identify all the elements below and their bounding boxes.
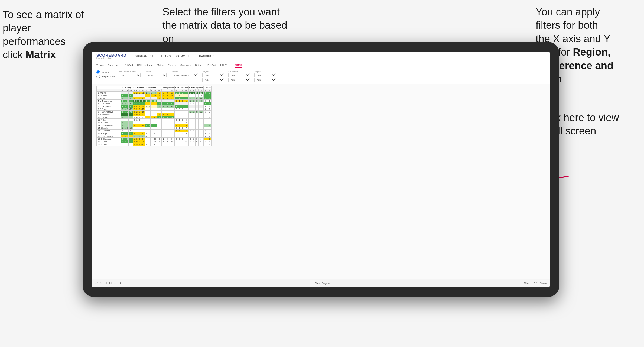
- row-label-4: 4. M Thorbjornsen: [97, 100, 121, 102]
- table-row: 2. L Clanton 210-16 01013 04011 010-6 -2…: [97, 94, 212, 97]
- players-select2[interactable]: (All): [254, 78, 276, 82]
- region-select2[interactable]: N/A: [202, 78, 224, 82]
- table-row: 13. J Skov Olesen 110-3 210-19 10 220-1 …: [97, 124, 212, 127]
- row-label-10: 10. B Valdes: [97, 116, 121, 119]
- table-row: 9. N Gabrelcik 0090 0101: [97, 113, 212, 116]
- sh-l1: L: [124, 89, 126, 92]
- region-label: Region: [202, 70, 224, 72]
- empty-header: [97, 86, 121, 89]
- sh-w5: W: [175, 89, 178, 92]
- tab-summary[interactable]: Summary: [108, 63, 119, 68]
- settings-icon[interactable]: ⚙: [118, 281, 121, 285]
- row-label-15: 15. P Maichon: [97, 130, 121, 132]
- sh-d5: Dif: [184, 89, 188, 92]
- gender-filter: Gender Men's: [145, 70, 167, 77]
- annotation-center: Select the filters you want the matrix d…: [162, 5, 292, 46]
- row-label-8: 8. P Summerhays: [97, 111, 121, 113]
- players-filter: Players (All) (All): [254, 70, 276, 82]
- compact-view-radio[interactable]: Compact View: [96, 75, 115, 78]
- table-row: 3. J Koivun 1102 0102 01013 04011 010-6 …: [97, 97, 212, 100]
- sh-l5: L: [178, 89, 181, 92]
- division-label: Division: [171, 70, 198, 72]
- table-row: 1. W Ding 12011 110-2 12017 010 01013 02: [97, 92, 212, 94]
- row-label-1: 1. W Ding: [97, 92, 121, 94]
- players-label: Players: [254, 70, 276, 72]
- col-header-3: 3. J Koivun: [145, 86, 157, 89]
- nav-rankings[interactable]: RANKINGS: [199, 55, 214, 58]
- division-filter: Division NCAA Division I: [171, 70, 198, 77]
- table-row: 16. K Vilips 310-25 2204 3308 0050 01: [97, 132, 212, 135]
- tab-teams[interactable]: Teams: [96, 63, 104, 68]
- redo-icon[interactable]: ↪: [100, 281, 102, 285]
- tab-h2h-heatmap[interactable]: H2H Heatmap: [137, 63, 153, 68]
- sh-l4: L: [161, 89, 165, 92]
- row-label-11: 11. M Ege: [97, 119, 121, 121]
- matrix-container: 1. W Ding 2. L Clanton 3. J Koivun 4. M …: [92, 84, 550, 279]
- sh-w3: W: [145, 89, 148, 92]
- scoreboard-logo: SCOREBOARD Powered by clippd: [96, 53, 126, 59]
- gender-select[interactable]: Men's: [145, 73, 167, 77]
- players-select[interactable]: (All): [254, 73, 276, 77]
- row-label-18: 18. C Sherwood: [97, 138, 121, 140]
- full-view-radio[interactable]: Full View: [96, 70, 115, 74]
- sh-w1: W: [121, 89, 124, 92]
- sh-w7: W: [204, 89, 208, 92]
- region-select[interactable]: N/A: [202, 73, 224, 77]
- row-label-16: 16. K Vilips: [97, 132, 121, 135]
- tab-matrix-active[interactable]: Matrix: [235, 62, 242, 68]
- table-row: 14. J Lundin 11010 0107: [97, 127, 212, 130]
- table-row: 12. M Riedel 110-6 -6: [97, 121, 212, 124]
- nav-tournaments[interactable]: TOURNAMENTS: [133, 55, 155, 58]
- bottom-toolbar: ↩ ↪ ↺ ⊟ ⊞ ⚙ View: Original Watch ⛶ Share: [92, 279, 550, 287]
- tab-h2h-grid2[interactable]: H2H Grid: [206, 63, 216, 68]
- sh-l3: L: [148, 89, 150, 92]
- tab-players[interactable]: Players: [168, 63, 176, 68]
- watch-button[interactable]: Watch: [524, 282, 531, 285]
- row-label-20: 20. M Ford: [97, 143, 121, 146]
- tab-h2h-grid[interactable]: H2H Grid: [123, 63, 133, 68]
- sh-t6: T: [195, 89, 198, 92]
- tablet-frame: SCOREBOARD Powered by clippd TOURNAMENTS…: [83, 42, 559, 297]
- tab-h2hth[interactable]: H2HTH...: [220, 63, 230, 68]
- matrix-table: 1. W Ding 2. L Clanton 3. J Koivun 4. M …: [96, 86, 212, 146]
- conference-select2[interactable]: (All): [228, 78, 250, 82]
- empty-subheader: [97, 89, 121, 92]
- sh-d6: Dif: [198, 89, 203, 92]
- zoom-out-icon[interactable]: ⊟: [109, 281, 112, 285]
- row-label-12: 12. M Riedel: [97, 121, 121, 124]
- table-row: 19. D Ford 200 200-20 01013 0100 13 0100…: [97, 140, 212, 143]
- sh-w2: W: [133, 89, 136, 92]
- nav-teams[interactable]: TEAMS: [161, 55, 171, 58]
- zoom-in-icon[interactable]: ⊞: [114, 281, 116, 285]
- share-button[interactable]: Share: [540, 282, 547, 285]
- max-players-select[interactable]: Top 25: [119, 73, 141, 77]
- tab-summary2[interactable]: Summary: [180, 63, 191, 68]
- conference-select[interactable]: (All): [228, 73, 250, 77]
- sh-d3: Dif: [153, 89, 157, 92]
- undo-icon[interactable]: ↩: [95, 281, 98, 285]
- filter-bar: Full View Compact View Max players in vi…: [92, 69, 550, 84]
- gender-label: Gender: [145, 70, 167, 72]
- col-header-5: 5. M La Sasso: [175, 86, 188, 89]
- row-label-3: 3. J Koivun: [97, 97, 121, 100]
- sub-nav: Teams Summary H2H Grid H2H Heatmap Matri…: [92, 61, 550, 69]
- sh-t3: T: [150, 89, 153, 92]
- toolbar-left: ↩ ↪ ↺ ⊟ ⊞ ⚙: [95, 281, 121, 285]
- table-row: 20. M Ford 331-11 1100 7 11: [97, 143, 212, 146]
- col-header-1: 1. W Ding: [121, 86, 133, 89]
- nav-committee[interactable]: COMMITTEE: [176, 55, 194, 58]
- nav-items: TOURNAMENTS TEAMS COMMITTEE RANKINGS: [133, 55, 214, 58]
- max-players-label: Max players in view: [119, 70, 141, 72]
- tablet-screen: SCOREBOARD Powered by clippd TOURNAMENTS…: [92, 52, 550, 287]
- division-select[interactable]: NCAA Division I: [171, 73, 198, 77]
- row-label-19: 19. D Ford: [97, 140, 121, 143]
- app-header: SCOREBOARD Powered by clippd TOURNAMENTS…: [92, 52, 550, 61]
- tab-matrix[interactable]: Matrix: [157, 63, 164, 68]
- fullscreen-icon[interactable]: ⛶: [534, 282, 537, 285]
- sh-t2: T: [138, 89, 141, 92]
- view-options: Full View Compact View: [96, 70, 115, 78]
- refresh-icon[interactable]: ↺: [105, 281, 107, 285]
- table-row: 10. B Valdes 1101 0010 0100 01011 11: [97, 116, 212, 119]
- row-label-5: 5. M La Sasso: [97, 102, 121, 105]
- tab-detail[interactable]: Detail: [195, 63, 201, 68]
